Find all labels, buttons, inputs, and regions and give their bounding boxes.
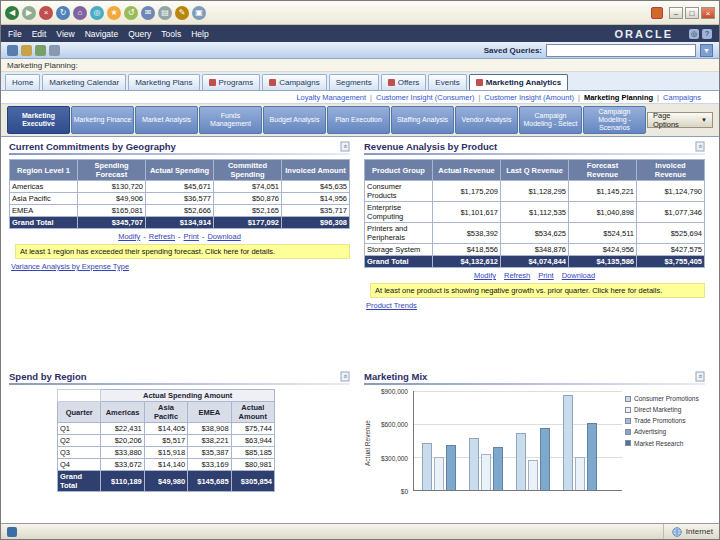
subnav-campaigns[interactable]: Campaigns [663, 93, 701, 102]
table-cell: $33,672 [101, 459, 144, 471]
bar-consumer-promotions [563, 395, 573, 490]
dashboard-tab-marketing-finance[interactable]: Marketing Finance [71, 106, 134, 134]
tab-campaigns[interactable]: Campaigns [262, 74, 326, 90]
table-cell: Grand Total [10, 217, 78, 229]
reports-icon[interactable] [35, 45, 46, 56]
print-icon[interactable] [49, 45, 60, 56]
refresh-link[interactable]: Refresh [149, 232, 175, 241]
dashboard-tab-market-analysis[interactable]: Market Analysis [135, 106, 198, 134]
column-header: Invoiced Amount [282, 160, 350, 181]
tab-marketing-plans[interactable]: Marketing Plans [128, 74, 199, 90]
history-icon[interactable]: ↺ [124, 6, 138, 20]
collapse-panel-icon[interactable]: « [341, 142, 350, 152]
status-bar: Internet [1, 523, 719, 539]
tab-offers[interactable]: Offers [381, 74, 427, 90]
table-cell: $4,135,586 [569, 256, 637, 268]
tab-events[interactable]: Events [428, 74, 466, 90]
tab-marketing-analytics[interactable]: Marketing Analytics [469, 74, 568, 90]
refresh-link[interactable]: Refresh [504, 271, 530, 280]
tab-programs[interactable]: Programs [202, 74, 261, 90]
download-link[interactable]: Download [562, 271, 595, 280]
quick-search-icon[interactable]: ◎ [689, 29, 699, 39]
collapse-panel-icon[interactable]: « [696, 372, 705, 382]
dashboard-tab-marketing-executive[interactable]: Marketing Executive [7, 106, 70, 134]
forward-icon[interactable]: ▶ [22, 6, 36, 20]
table-cell: $525,694 [637, 223, 705, 244]
table-cell: $1,145,221 [569, 181, 637, 202]
table-cell: $80,981 [231, 459, 274, 471]
dashboard-tab-staffing-analysis[interactable]: Staffing Analysis [391, 106, 454, 134]
edit-icon[interactable]: ✎ [175, 6, 189, 20]
dashboard-tab-campaign-modeling-select[interactable]: Campaign Modeling - Select [519, 106, 582, 134]
help-icon[interactable]: ? [702, 29, 712, 39]
tab-icon [388, 79, 395, 86]
table-cell: $177,092 [214, 217, 282, 229]
tab-label: Marketing Plans [135, 78, 192, 87]
spending-alert-banner[interactable]: At least 1 region has exceeded their spe… [15, 244, 350, 259]
print-icon[interactable]: ▤ [158, 6, 172, 20]
table-cell: $345,707 [78, 217, 146, 229]
dropdown-arrow-icon[interactable]: ▼ [700, 44, 713, 57]
tab-segments[interactable]: Segments [329, 74, 379, 90]
separator: | [478, 93, 480, 102]
favorites-icon[interactable]: ★ [107, 6, 121, 20]
menu-query[interactable]: Query [128, 29, 151, 39]
tab-marketing-calendar[interactable]: Marketing Calendar [42, 74, 126, 90]
panel-header: Spend by Region « [9, 371, 350, 382]
collapse-panel-icon[interactable]: « [341, 372, 350, 382]
home-icon[interactable]: ⌂ [73, 6, 87, 20]
separator: | [578, 93, 580, 102]
dashboard-tab-budget-analysis[interactable]: Budget Analysis [263, 106, 326, 134]
page-options-button[interactable]: Page Options ▼ [647, 112, 713, 128]
search-icon[interactable]: ◎ [90, 6, 104, 20]
menu-tools[interactable]: Tools [161, 29, 181, 39]
site-map-icon[interactable] [7, 45, 18, 56]
favorites-icon[interactable] [21, 45, 32, 56]
growth-alert-banner[interactable]: At least one product is showing negative… [370, 283, 705, 298]
product-trends-link[interactable]: Product Trends [366, 301, 705, 310]
dashboard-tab-plan-execution[interactable]: Plan Execution [327, 106, 390, 134]
panel-header: Marketing Mix « [364, 371, 705, 382]
table-row: Q3$33,880$15,918$35,387$85,185 [58, 447, 275, 459]
modify-link[interactable]: Modify [118, 232, 140, 241]
dashboard-tab-funds-management[interactable]: Funds Management [199, 106, 262, 134]
close-button[interactable]: × [701, 7, 715, 19]
menu-view[interactable]: View [56, 29, 74, 39]
column-header: Forecast Revenue [569, 160, 637, 181]
menu-navigate[interactable]: Navigate [85, 29, 119, 39]
subnav-customer-insight-consumer[interactable]: Customer Insight (Consumer) [376, 93, 474, 102]
collapse-panel-icon[interactable]: « [696, 142, 705, 152]
stop-icon[interactable]: × [39, 6, 53, 20]
panel-title: Revenue Analysis by Product [364, 141, 497, 152]
saved-queries-select[interactable] [546, 44, 696, 57]
print-link[interactable]: Print [538, 271, 553, 280]
discuss-icon[interactable]: ▣ [192, 6, 206, 20]
mail-icon[interactable]: ✉ [141, 6, 155, 20]
legend-swatch-icon [625, 396, 631, 402]
download-link[interactable]: Download [207, 232, 240, 241]
subnav-loyalty-management[interactable]: Loyalty Management [296, 93, 366, 102]
tab-home[interactable]: Home [5, 74, 40, 90]
dashboard-tab-vendor-analysis[interactable]: Vendor Analysis [455, 106, 518, 134]
table-cell: Q3 [58, 447, 101, 459]
separator: | [370, 93, 372, 102]
maximize-button[interactable]: □ [685, 7, 699, 19]
commitments-table: Region Level 1Spending ForecastActual Sp… [9, 159, 350, 229]
print-link[interactable]: Print [184, 232, 199, 241]
modify-link[interactable]: Modify [474, 271, 496, 280]
refresh-icon[interactable]: ↻ [56, 6, 70, 20]
chart-legend: Consumer PromotionsDirect MarketingTrade… [625, 391, 705, 495]
application-window: ◀▶×↻⌂◎★↺✉▤✎▣ – □ × FileEditViewNavigateQ… [0, 0, 720, 540]
menu-file[interactable]: File [8, 29, 22, 39]
menu-help[interactable]: Help [191, 29, 208, 39]
minimize-button[interactable]: – [669, 7, 683, 19]
column-header: EMEA [188, 402, 231, 423]
subnav-customer-insight-amount[interactable]: Customer Insight (Amount) [484, 93, 574, 102]
subnav-marketing-planning[interactable]: Marketing Planning [584, 93, 653, 102]
table-cell: $134,914 [146, 217, 214, 229]
menu-edit[interactable]: Edit [32, 29, 47, 39]
dashboard-tab-campaign-modeling-scenarios[interactable]: Campaign Modeling - Scenarios [583, 106, 646, 134]
variance-analysis-link[interactable]: Variance Analysis by Expense Type [11, 262, 350, 271]
column-header: Quarter [58, 402, 101, 423]
back-icon[interactable]: ◀ [5, 6, 19, 20]
